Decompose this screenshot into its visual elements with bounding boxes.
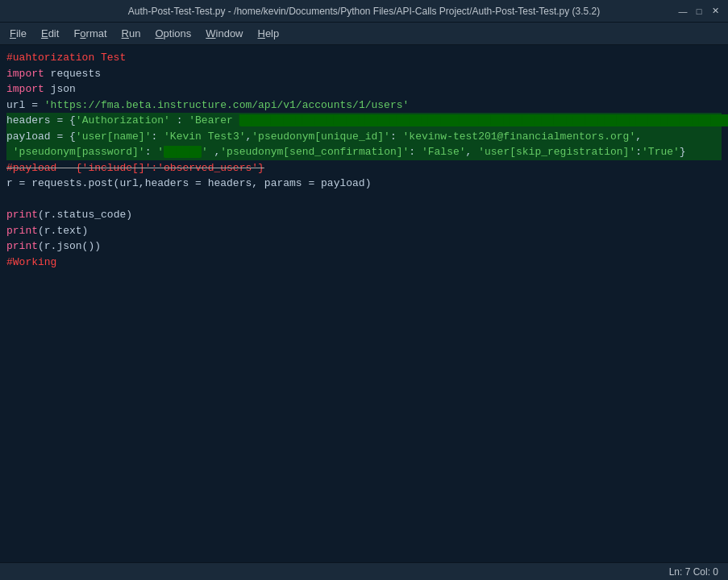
maximize-button[interactable]: □ <box>693 5 705 18</box>
code-line-13: print(r.json()) <box>6 238 722 255</box>
title-bar: Auth-Post-Test-Test.py - /home/kevin/Doc… <box>0 0 728 23</box>
code-line-1: #uahtorization Test <box>6 50 722 66</box>
code-line-10 <box>6 192 722 208</box>
code-line-7: 'pseudonym[password]': '██████' ,'pseudo… <box>6 144 722 160</box>
code-line-12: print(r.text) <box>6 223 722 239</box>
code-line-14: #Working <box>6 255 722 271</box>
code-line-4: url = 'https://fma.beta.instructure.com/… <box>6 97 722 114</box>
status-bar: Ln: 7 Col: 0 <box>0 562 728 580</box>
code-line-9: r = requests.post(url,headers = headers,… <box>6 176 722 192</box>
code-line-11: print(r.status_code) <box>6 207 722 223</box>
close-button[interactable]: ✕ <box>709 5 722 18</box>
menu-options[interactable]: Options <box>148 25 198 42</box>
minimize-button[interactable]: — <box>676 5 689 18</box>
code-line-5: headers = {'Authorization' : 'Bearer ███… <box>6 113 722 129</box>
menu-format[interactable]: Format <box>67 25 113 42</box>
code-line-6: payload = {'user[name]': 'Kevin Test3','… <box>6 129 722 145</box>
status-text: Ln: 7 Col: 0 <box>669 566 718 578</box>
menu-bar: File Edit Format Run Options Window Help <box>0 23 728 45</box>
code-line-8: #payload {'include[]':'observed_users'} <box>6 160 722 176</box>
code-line-3: import json <box>6 81 722 97</box>
title-text: Auth-Post-Test-Test.py - /home/kevin/Doc… <box>128 6 601 17</box>
menu-run[interactable]: Run <box>115 25 148 42</box>
editor-area[interactable]: #uahtorization Test import requests impo… <box>0 45 728 562</box>
code-line-2: import requests <box>6 66 722 82</box>
window-controls: — □ ✕ <box>676 0 722 22</box>
menu-file[interactable]: File <box>3 25 33 42</box>
menu-window[interactable]: Window <box>199 25 249 42</box>
menu-help[interactable]: Help <box>252 25 286 42</box>
menu-edit[interactable]: Edit <box>35 25 65 42</box>
